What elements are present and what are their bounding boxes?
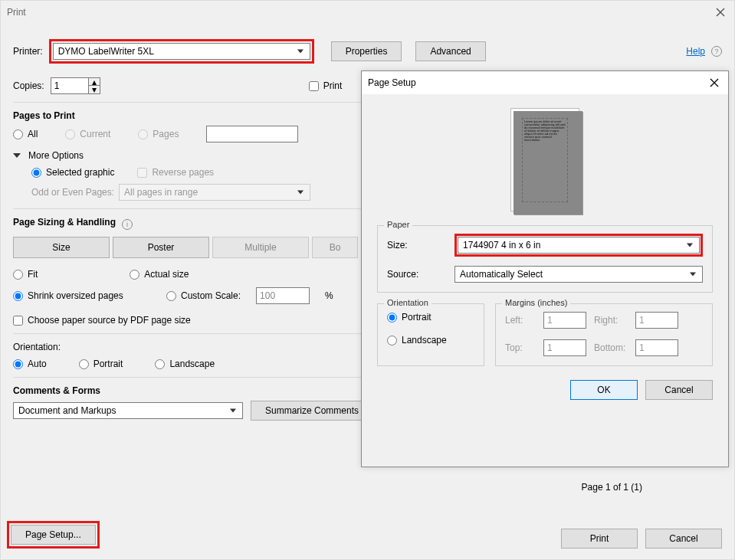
main-cancel-button[interactable]: Cancel <box>645 529 722 549</box>
margin-bottom-label: Bottom: <box>594 342 628 353</box>
margins-grid: Left: Right: Top: Bottom: <box>505 312 703 356</box>
copies-spinner-buttons[interactable]: ▴ ▾ <box>89 77 100 94</box>
printer-label: Printer: <box>13 46 43 57</box>
copies-spinner[interactable]: ▴ ▾ <box>51 77 100 94</box>
paper-fieldset: Paper Size: 1744907 4 in x 6 in Source: … <box>377 225 713 293</box>
advanced-button[interactable]: Advanced <box>415 41 485 61</box>
page-setup-highlight: Page Setup... <box>7 521 100 549</box>
paper-source-select[interactable]: Automatically Select <box>454 266 703 283</box>
page-setup-dialog: Page Setup Lorem ipsum dolor sit amet co… <box>361 70 729 467</box>
ps-ok-button[interactable]: OK <box>570 380 638 400</box>
margin-left-label: Left: <box>505 315 536 326</box>
print-titlebar: Print <box>1 1 734 24</box>
margin-right-input <box>635 312 678 329</box>
close-icon <box>710 78 719 87</box>
ps-cancel-button[interactable]: Cancel <box>645 380 713 400</box>
help-link[interactable]: Help <box>686 46 705 57</box>
copies-label: Copies: <box>13 80 44 91</box>
page-setup-close-button[interactable] <box>707 75 722 90</box>
paper-size-highlight: 1744907 4 in x 6 in <box>454 234 703 257</box>
paper-source-row: Source: Automatically Select <box>387 266 703 283</box>
multiple-tab: Multiple <box>212 237 309 258</box>
percent-label: % <box>325 290 333 301</box>
print-close-button[interactable] <box>713 5 728 20</box>
reverse-pages-check[interactable]: Reverse pages <box>137 167 214 178</box>
print-check-label: Print <box>323 80 343 91</box>
page-indicator: Page 1 of 1 (1) <box>582 482 642 493</box>
printer-row: Printer: DYMO LabelWriter 5XL Properties… <box>13 39 722 64</box>
page-setup-content: Lorem ipsum dolor sit amet consectetur a… <box>362 94 728 411</box>
chevron-down-icon <box>13 153 21 158</box>
odd-even-select: All pages in range <box>119 184 310 201</box>
ps-orientation-fieldset: Orientation Portrait Landscape <box>377 303 484 366</box>
spinner-down-icon[interactable]: ▾ <box>89 86 100 93</box>
margins-fieldset: Margins (inches) Left: Right: Top: Botto… <box>495 303 713 366</box>
margins-legend: Margins (inches) <box>502 298 570 307</box>
properties-button[interactable]: Properties <box>331 41 402 61</box>
printer-highlight: DYMO LabelWriter 5XL <box>49 39 314 64</box>
print-dialog-buttons: Print Cancel <box>561 529 722 549</box>
info-icon[interactable]: i <box>122 219 133 230</box>
pages-range-input <box>206 126 298 142</box>
page-preview: Lorem ipsum dolor sit amet consectetur a… <box>510 108 579 211</box>
help-icon[interactable]: ? <box>711 46 722 57</box>
shrink-radio[interactable]: Shrink oversized pages <box>13 290 151 301</box>
pages-current-radio[interactable]: Current <box>65 129 110 139</box>
orient-margin-row: Orientation Portrait Landscape Margins (… <box>377 303 713 366</box>
printer-select[interactable]: DYMO LabelWriter 5XL <box>53 43 310 60</box>
paper-size-row: Size: 1744907 4 in x 6 in <box>387 234 703 257</box>
booklet-tab: Bo <box>312 237 358 258</box>
orient-portrait-radio[interactable]: Portrait <box>79 359 123 369</box>
orient-landscape-radio[interactable]: Landscape <box>155 359 215 369</box>
custom-scale-radio[interactable]: Custom Scale: <box>166 290 241 301</box>
margin-top-input <box>543 339 586 356</box>
print-check-input[interactable] <box>309 81 319 91</box>
actual-radio[interactable]: Actual size <box>130 269 189 280</box>
paper-size-label: Size: <box>387 240 448 251</box>
margin-bottom-input <box>635 339 678 356</box>
margin-left-input <box>543 312 586 329</box>
fit-radio[interactable]: Fit <box>13 269 38 280</box>
paper-source-label: Source: <box>387 269 448 280</box>
odd-even-label: Odd or Even Pages: <box>31 187 114 198</box>
custom-scale-input <box>256 287 310 304</box>
orient-auto-radio[interactable]: Auto <box>13 359 47 369</box>
copies-input[interactable] <box>51 77 89 94</box>
page-setup-button[interactable]: Page Setup... <box>11 525 96 545</box>
summarize-button[interactable]: Summarize Comments <box>251 401 373 421</box>
print-grayscale-check[interactable]: Print <box>309 80 343 91</box>
pages-all-radio[interactable]: All <box>13 129 38 139</box>
page-preview-inner: Lorem ipsum dolor sit amet consectetur a… <box>522 118 568 202</box>
printer-value: DYMO LabelWriter 5XL <box>58 46 154 57</box>
paper-legend: Paper <box>384 220 412 229</box>
margin-right-label: Right: <box>594 315 628 326</box>
pages-range-radio[interactable]: Pages <box>138 129 179 139</box>
sizing-title: Page Sizing & Handling <box>13 217 116 228</box>
page-setup-titlebar: Page Setup <box>362 71 728 94</box>
page-preview-wrap: Lorem ipsum dolor sit amet consectetur a… <box>377 108 713 211</box>
comments-select[interactable]: Document and Markups <box>13 402 243 419</box>
size-tab[interactable]: Size <box>13 237 110 258</box>
poster-tab[interactable]: Poster <box>113 237 209 258</box>
page-setup-title: Page Setup <box>368 77 416 88</box>
ps-landscape-radio[interactable]: Landscape <box>387 335 474 345</box>
margin-top-label: Top: <box>505 342 536 353</box>
print-title: Print <box>7 7 26 18</box>
choose-source-check[interactable]: Choose paper source by PDF page size <box>13 315 191 326</box>
paper-size-select[interactable]: 1744907 4 in x 6 in <box>458 237 700 254</box>
ps-orientation-legend: Orientation <box>384 298 431 307</box>
ps-portrait-radio[interactable]: Portrait <box>387 312 474 323</box>
close-icon <box>716 8 725 17</box>
page-setup-buttons: OK Cancel <box>377 380 713 400</box>
main-print-button[interactable]: Print <box>561 529 638 549</box>
selected-graphic-radio[interactable]: Selected graphic <box>31 167 114 178</box>
